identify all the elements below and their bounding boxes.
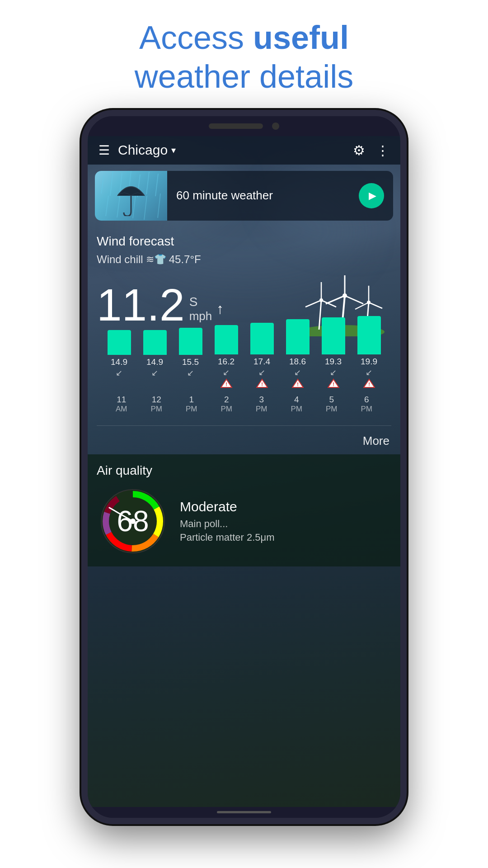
aqi-status: Moderate	[180, 499, 275, 514]
header-line1: Access useful	[139, 19, 349, 56]
home-indicator	[217, 811, 271, 813]
warning-indicator: ⚠	[150, 379, 160, 391]
svg-line-22	[345, 296, 363, 304]
svg-line-0	[101, 175, 104, 193]
wind-bar	[286, 319, 310, 354]
warning-indicator: !	[328, 378, 339, 391]
time-label: 4PM	[279, 393, 314, 414]
wind-direction-arrow: ↑	[216, 301, 224, 317]
air-quality-row: 68 Moderate Main poll... Particle matter…	[97, 485, 391, 557]
wind-dir-arrow: ↙	[294, 368, 301, 377]
umbrella-icon	[113, 175, 149, 216]
wind-section: Wind forecast Wind chill ≋👕 45.7°F 11.2 …	[88, 227, 400, 421]
svg-point-23	[343, 293, 347, 298]
phone-bottom-bar	[88, 807, 400, 818]
svg-text:!: !	[333, 382, 334, 387]
bar-value: 14.9	[146, 357, 163, 367]
svg-line-17	[321, 300, 336, 307]
wind-bar-col: 16.2↙!	[208, 325, 244, 391]
wind-dir-arrow: ↙	[187, 368, 194, 378]
app-screen: ☰ Chicago ▾ ⚙ ⋮	[88, 136, 400, 807]
wind-bar	[179, 328, 202, 355]
more-link[interactable]: More	[88, 430, 400, 452]
play-button[interactable]: ▶	[359, 183, 384, 208]
svg-text:!: !	[261, 382, 263, 387]
wind-bar	[143, 330, 167, 355]
svg-line-6	[155, 174, 158, 196]
bar-value: 17.4	[253, 357, 270, 367]
wind-bar-col: 19.3↙!	[315, 317, 351, 391]
wind-dir-arrow: ↙	[223, 368, 230, 377]
front-camera	[272, 123, 279, 130]
gear-icon[interactable]: ⚙	[353, 142, 365, 158]
minute-weather-label: 60 minute weather	[167, 189, 359, 203]
nav-bar: ☰ Chicago ▾ ⚙ ⋮	[88, 136, 400, 165]
aqi-particle-label: Particle matter 2.5μm	[180, 532, 275, 543]
time-label: 5PM	[314, 393, 349, 414]
wind-dir-arrow: ↙	[330, 368, 337, 377]
wind-speed-unit: S mph	[189, 295, 212, 323]
power-button	[401, 207, 404, 243]
svg-point-28	[367, 301, 371, 304]
wind-bar-col: 14.9↙⚠	[137, 330, 173, 391]
warning-indicator: ⚠	[115, 379, 124, 391]
time-label: 1PM	[174, 393, 209, 414]
warning-indicator: ⚠	[186, 379, 195, 391]
time-label: 6PM	[349, 393, 385, 414]
bar-value: 19.3	[325, 357, 342, 367]
svg-text:!: !	[368, 382, 370, 387]
wind-bar	[322, 317, 345, 354]
bar-value: 19.9	[361, 357, 377, 367]
warning-indicator: !	[363, 378, 375, 391]
time-label: 11AM	[104, 393, 139, 414]
bar-value: 16.2	[218, 357, 235, 367]
aqi-main-pollutant: Main poll...	[180, 518, 275, 530]
wind-bar-col: 17.4↙!	[244, 323, 280, 391]
svg-text:!: !	[297, 382, 299, 387]
warning-indicator: !	[221, 378, 232, 391]
dropdown-icon[interactable]: ▾	[171, 145, 176, 156]
wind-bar	[250, 323, 274, 354]
svg-line-27	[369, 302, 382, 308]
more-options-icon[interactable]: ⋮	[376, 142, 389, 158]
bars-row: 14.9↙⚠14.9↙⚠15.5↙⚠16.2↙!17.4↙!18.6↙!19.3…	[101, 345, 387, 391]
wind-bar-col: 18.6↙!	[280, 319, 315, 391]
play-icon: ▶	[369, 190, 376, 202]
air-quality-section: Air quality	[88, 454, 400, 566]
air-quality-title: Air quality	[97, 463, 391, 478]
svg-line-21	[326, 296, 345, 304]
wind-chill-value: 45.7°F	[169, 253, 201, 266]
aqi-info: Moderate Main poll... Particle matter 2.…	[180, 499, 275, 543]
svg-line-7	[106, 196, 108, 216]
phone-frame: ☰ Chicago ▾ ⚙ ⋮	[81, 110, 407, 824]
wind-speed-value: 11.2	[97, 282, 185, 327]
wind-direction: S	[189, 295, 212, 309]
svg-line-16	[305, 300, 321, 307]
wind-chill-icon: ≋👕	[146, 254, 166, 265]
aqi-gauge: 68	[97, 485, 169, 557]
wind-bar-col: 19.9↙!	[351, 316, 387, 391]
scroll-content: 60 minute weather ▶ Wind forecast Wind c…	[88, 165, 400, 807]
wind-chill-label: Wind chill	[97, 253, 143, 266]
wind-bar	[108, 330, 131, 355]
svg-text:!: !	[225, 382, 227, 387]
wind-dir-arrow: ↙	[366, 368, 372, 377]
time-label: 2PM	[209, 393, 244, 414]
time-label: 3PM	[244, 393, 279, 414]
svg-line-11	[158, 193, 160, 218]
phone-top-bar	[88, 116, 400, 136]
power-button-2	[401, 261, 404, 288]
city-name: Chicago	[118, 142, 168, 158]
wind-chart: 14.9↙⚠14.9↙⚠15.5↙⚠16.2↙!17.4↙!18.6↙!19.3…	[97, 345, 391, 414]
hamburger-icon[interactable]: ☰	[99, 143, 110, 158]
phone-speaker	[209, 123, 263, 129]
time-label: 12PM	[139, 393, 174, 414]
volume-button	[84, 216, 87, 243]
wind-chill-row: Wind chill ≋👕 45.7°F	[97, 253, 391, 266]
wind-section-title: Wind forecast	[97, 234, 391, 249]
section-divider	[97, 425, 391, 426]
aqi-value: 68	[117, 505, 149, 538]
minute-weather-card: 60 minute weather ▶	[95, 171, 393, 221]
warning-indicator: !	[292, 378, 304, 391]
wind-dir-arrow: ↙	[116, 368, 122, 378]
